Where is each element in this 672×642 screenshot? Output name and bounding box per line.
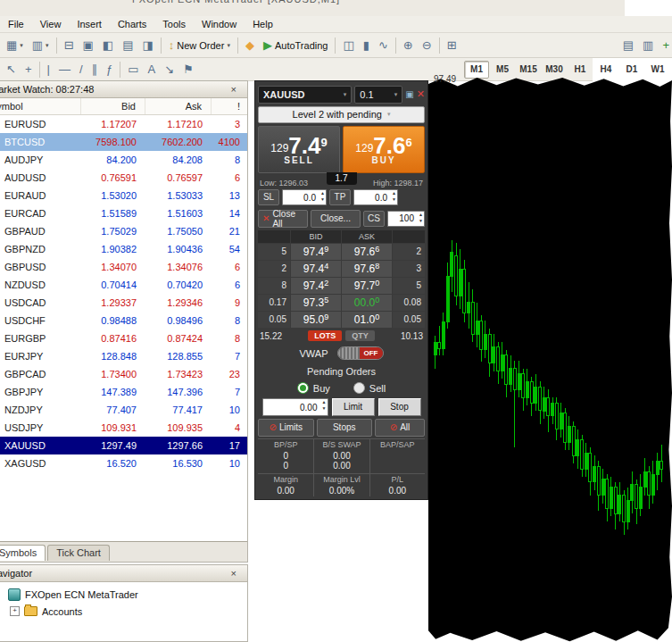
lots-button[interactable]: LOTS [308,330,342,341]
market-watch-row-euraud[interactable]: EURAUD1.530201.5303313 [0,187,247,204]
menu-file[interactable]: File [0,16,32,32]
flag-icon[interactable]: ⚑ [178,59,198,80]
close-icon[interactable]: × [231,565,236,581]
timeframe-h1[interactable]: H1 [568,61,593,79]
menu-charts[interactable]: Charts [110,16,154,32]
chart-candles-icon[interactable]: ▮ [359,35,374,56]
column-header-ask[interactable]: Ask [145,98,212,114]
ask-price-cell[interactable]: 00.00 [342,295,392,311]
timeframe-m1[interactable]: M1 [464,61,489,79]
text-icon[interactable]: A [144,59,161,80]
expander-plus-icon[interactable]: + [10,606,20,616]
menu-tools[interactable]: Tools [154,16,194,32]
spinner-down-icon[interactable]: ▼ [320,196,325,203]
new-chart-icon[interactable]: ▦▾ [2,35,28,56]
bid-price-cell[interactable]: 97.42 [291,278,341,294]
chart-bars-icon[interactable]: ◫ [338,35,358,56]
order-price-input[interactable]: 0.00 ▲▼ [262,398,328,416]
qty-button[interactable]: QTY [345,330,375,341]
tp-input[interactable]: 0.0 ▲▼ [353,189,398,205]
timeframe-h4[interactable]: H4 [593,61,618,79]
symbol-select[interactable]: XAUUSD ▾ [258,86,352,104]
timeframe-m15[interactable]: M15 [516,61,541,79]
market-watch-row-xauusd[interactable]: XAUUSD1297.491297.6617 [0,437,247,454]
profiles-icon[interactable]: ▥▾ [28,35,54,56]
market-watch-row-gbpnzd[interactable]: GBPNZD1.903821.9043654 [0,240,247,258]
arrow-tool-icon[interactable]: ↘ [160,59,178,80]
buy-radio[interactable]: Buy [297,382,330,394]
cs-input[interactable]: 100 ▲▼ [387,211,425,227]
market-watch-row-usdchf[interactable]: USDCHF0.984880.984968 [0,312,247,329]
add-indicator-icon[interactable]: + [658,35,672,56]
sl-input[interactable]: 0.0 ▲▼ [282,189,327,205]
horizontal-line-icon[interactable]: — [54,59,75,80]
spinner-down-icon[interactable]: ▼ [322,405,327,412]
market-watch-row-xagusd[interactable]: XAGUSD16.52016.53010 [0,454,247,472]
market-watch-row-gbpcad[interactable]: GBPCAD1.734001.7342323 [0,365,247,383]
sell-radio[interactable]: Sell [353,382,386,394]
autotrading-button[interactable]: ▶AutoTrading [259,35,333,56]
trendline-icon[interactable]: / [75,59,87,80]
market-watch-row-usdjpy[interactable]: USDJPY109.931109.9354 [0,419,247,437]
market-watch-row-eurjpy[interactable]: EURJPY128.848128.8557 [0,347,247,365]
bid-price-cell[interactable]: 97.35 [291,295,341,311]
spinner-down-icon[interactable]: ▼ [392,196,396,203]
panel-pin-icon[interactable]: ▣ [405,89,413,99]
zoom-out-icon[interactable]: ⊖ [418,35,436,56]
lot-select[interactable]: 0.1 ▾ [354,86,402,104]
close-dialog-button[interactable]: Close... [311,210,361,228]
market-watch-row-eurcad[interactable]: EURCAD1.515891.5160314 [0,204,247,222]
spinner-up-icon[interactable]: ▲ [419,212,423,218]
menu-help[interactable]: Help [245,16,281,32]
market-watch-row-nzdusd[interactable]: NZDUSD0.704140.704206 [0,276,247,294]
zoom-in-icon[interactable]: ⊕ [399,35,418,56]
sell-button[interactable]: 1297.49 SELL [258,126,340,173]
market-watch-row-eurusd[interactable]: EURUSD1.172071.172103 [0,115,247,133]
market-watch-row-audusd[interactable]: AUDUSD0.765910.765976 [0,169,247,187]
limit-button[interactable]: Limit [332,398,375,416]
fibonacci-icon[interactable]: ƒ [102,59,117,80]
tab-symbols[interactable]: Symbols [0,545,46,561]
market-watch-row-gbpusd[interactable]: GBPUSD1.340701.340766 [0,258,247,276]
terminal-icon[interactable]: ▤ [118,35,137,56]
timeframe-m30[interactable]: M30 [542,61,567,79]
spinner-up-icon[interactable]: ▲ [392,190,396,196]
timeframe-d1[interactable]: D1 [619,61,644,79]
timeframe-w1[interactable]: W1 [645,61,670,79]
column-header-symbol[interactable]: Symbol [0,98,81,114]
panel-close-icon[interactable]: ✕ [417,88,425,100]
market-watch-icon[interactable]: ⊟ [60,35,79,56]
market-watch-row-eurgbp[interactable]: EURGBP0.874160.874248 [0,329,247,347]
ask-price-cell[interactable]: 97.68 [342,261,392,277]
shapes-icon[interactable]: ▭ [123,59,143,80]
market-watch-row-audjpy[interactable]: AUDJPY84.20084.2088 [0,151,247,169]
ask-price-cell[interactable]: 97.66 [342,244,392,260]
tab-tick-chart[interactable]: Tick Chart [47,545,110,561]
spinner-down-icon[interactable]: ▼ [419,218,423,224]
close-icon[interactable]: × [231,81,236,97]
tile-windows-icon[interactable]: ⊞ [443,35,461,56]
market-watch-row-usdcad[interactable]: USDCAD1.293371.293469 [0,294,247,312]
navigator-item-accounts[interactable]: + Accounts [0,603,247,620]
timeframe-m5[interactable]: M5 [490,61,515,79]
menu-view[interactable]: View [32,16,70,32]
spinner-up-icon[interactable]: ▲ [320,190,325,196]
metaeditor-icon[interactable]: ◆ [241,35,259,56]
navigator-root-item[interactable]: FXOpen ECN MetaTrader [0,586,247,603]
chart-area[interactable] [428,76,672,642]
channel-icon[interactable]: ∥ [87,59,103,80]
vertical-line-icon[interactable]: | [43,59,54,80]
bid-price-cell[interactable]: 97.49 [291,244,341,260]
market-watch-row-gbpaud[interactable]: GBPAUD1.750291.7505021 [0,222,247,240]
vwap-toggle[interactable]: OFF [337,346,384,360]
column-header-bid[interactable]: Bid [81,98,145,114]
navigator-icon[interactable]: ◧ [98,35,118,56]
cascade-icon[interactable]: ▥ [638,35,658,56]
chart-line-icon[interactable]: ∿ [374,35,393,56]
all-button[interactable]: ⊘ All [375,419,425,437]
menu-window[interactable]: Window [194,16,245,32]
spinner-up-icon[interactable]: ▲ [322,399,327,405]
cursor-icon[interactable]: ↖ [2,59,21,80]
market-watch-row-btcusd[interactable]: BTCUSD7598.1007602.2004100 [0,133,247,151]
limits-button[interactable]: ⊘ Limits [258,419,314,437]
